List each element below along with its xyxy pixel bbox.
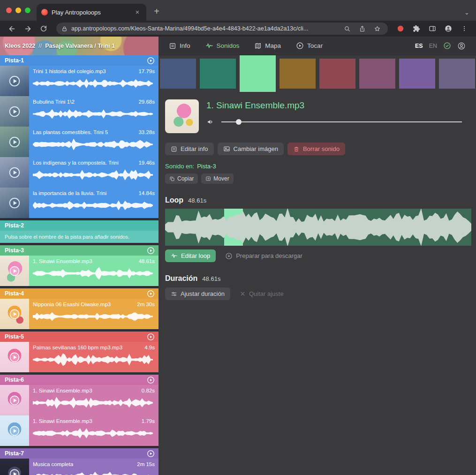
clip-row-selected[interactable]: 1. Sinawi Ensemble.mp348.61s [0,256,159,286]
forward-button[interactable] [21,22,35,35]
clip-row[interactable]: 1. Sinawi Ensemble.mp30.82s [0,385,159,415]
clip-thumbnail [0,256,29,286]
tab-title: Play Antropoloops [52,9,129,16]
zoom-icon[interactable] [341,22,353,35]
bookmark-star-icon[interactable] [371,22,383,35]
track-name: Pista-4 [5,290,24,297]
track-play-icon[interactable] [147,333,155,341]
back-button[interactable] [5,22,19,35]
track-play-icon[interactable] [147,290,155,298]
tab-tocar[interactable]: Tocar [296,42,323,50]
track-header-pista-3[interactable]: Pista-3 [0,245,159,256]
tab-sonidos[interactable]: Sonidos [205,42,240,50]
track-header-pista-2[interactable]: Pista-2 [0,220,159,231]
close-window-button[interactable] [6,8,12,13]
clip-thumbnail [0,342,29,372]
breadcrumb-project[interactable]: Kleos 2022 [5,43,35,49]
edit-info-label: Editar info [181,145,208,152]
clip-row[interactable]: Las plantas comestibles. Trini 533.28s [0,127,159,157]
track-header-pista-7[interactable]: Pista-7 [0,448,159,459]
track-color-swatch[interactable] [200,59,236,89]
move-button[interactable]: Mover [201,173,233,184]
tab-search-chevron-icon[interactable] [464,10,469,15]
profile-avatar-icon[interactable] [441,22,455,35]
volume-slider-thumb[interactable] [236,119,242,125]
browser-toolbar: app.antropoloops.com/Kleos-Santa-Marina/… [0,21,476,37]
copy-button[interactable]: Copiar [165,173,198,184]
clip-row[interactable]: Nipponia 06 Esashi Oiwake.mp32m 30s [0,299,159,329]
new-tab-button[interactable] [150,5,163,18]
clip-row[interactable]: Los indígenas y la compostela. Trini19.4… [0,157,159,188]
track-header-pista-5[interactable]: Pista-5 [0,332,159,342]
track-header-pista-4[interactable]: Pista-4 [0,288,159,299]
clip-title: Nipponia 06 Esashi Oiwake.mp3 [33,302,111,307]
clip-duration: 17.79s [138,68,155,74]
browser-menu-kebab-icon[interactable] [457,22,471,35]
track-color-swatch[interactable] [160,59,196,89]
clip-title: Palmas sevillanas 160 bpm mp3.mp3 [33,345,122,350]
loop-waveform-editor[interactable] [165,209,471,246]
change-image-button[interactable]: Cambiar imágen [218,143,284,155]
clip-row[interactable]: Palmas sevillanas 160 bpm mp3.mp34.9s [0,342,159,372]
prepare-download-button[interactable]: Preparar para descargar [219,249,308,262]
track-name: Pista-3 [5,247,24,254]
delete-sound-button[interactable]: Borrar sonido [287,143,345,155]
clip-title: Los indígenas y la compostela. Trini [33,160,119,166]
tab-sonidos-label: Sonidos [217,42,240,49]
track-play-icon[interactable] [147,450,155,458]
track-play-icon[interactable] [147,57,155,65]
loop-waveform [165,209,471,246]
clip-row[interactable]: Bubulina Trini 1\229.68s [0,96,159,127]
thumb-play-icon [8,166,21,179]
info-list-icon [169,42,176,50]
tab-favicon-icon [41,9,48,15]
adjust-duration-label: Ajustar duración [181,290,225,297]
edit-loop-button[interactable]: Editar loop [165,249,216,262]
reload-button[interactable] [37,22,51,35]
tab-close-icon[interactable] [133,8,142,16]
track-color-swatch[interactable] [240,55,276,92]
clip-row[interactable]: 1. Sinawi Ensemble.mp31.79s [0,415,159,446]
minimize-window-button[interactable] [15,8,21,13]
clip-row[interactable]: Trini 1 historia del colegio.mp317.79s [0,66,159,96]
tracks-sidebar[interactable]: Pista-1 Trini 1 historia del colegio.mp3… [0,55,159,475]
track-color-swatch[interactable] [280,59,316,89]
extensions-puzzle-icon[interactable] [409,22,423,35]
adjust-duration-button[interactable]: Ajustar duración [165,287,230,300]
track-header-pista-1[interactable]: Pista-1 [0,55,159,66]
track-play-icon[interactable] [147,247,155,255]
track-name: Pista-7 [5,450,24,457]
tab-info[interactable]: Info [169,42,190,50]
track-color-swatch[interactable] [399,59,435,89]
lang-en-button[interactable]: EN [429,43,437,49]
share-icon[interactable] [356,22,368,35]
browser-tab[interactable]: Play Antropoloops [37,4,146,21]
remove-adjust-button[interactable]: Quitar ajuste [234,287,289,300]
track-color-swatch[interactable] [439,59,475,89]
url-bar[interactable]: app.antropoloops.com/Kleos-Santa-Marina/… [56,23,388,35]
clip-row[interactable]: Musica completa2m 15s [0,459,159,475]
fullscreen-window-button[interactable] [25,8,30,13]
clip-row[interactable]: la importancia de la lluvia. Trini14.84s [0,188,159,218]
edit-info-button[interactable]: Editar info [165,143,214,155]
track-color-swatch[interactable] [359,59,395,89]
thumb-play-icon [8,196,21,210]
volume-slider[interactable] [221,119,462,125]
record-extension-icon[interactable] [393,22,408,35]
lang-es-button[interactable]: ES [415,43,423,49]
breadcrumb-path[interactable]: Pasaje Valvanera / Trini 1 [45,43,115,49]
breadcrumb-separator: // [38,43,42,49]
app-nav: Info Sonidos Mapa Tocar ES EN [159,37,476,55]
account-icon[interactable] [457,42,466,50]
side-panel-icon[interactable] [425,22,439,35]
browser-window: Play Antropoloops app.antropoloops.com/K… [0,0,476,475]
track-header-pista-6[interactable]: Pista-6 [0,375,159,385]
clip-duration: 19.46s [138,160,155,166]
clip-thumbnail [0,299,29,329]
tab-mapa-label: Mapa [265,42,281,49]
track-play-icon[interactable] [147,376,155,384]
tab-mapa[interactable]: Mapa [254,42,281,50]
track-color-swatch[interactable] [319,59,355,89]
thumb-play-icon [8,394,21,407]
sound-location-track-link[interactable]: Pista-3 [197,163,216,170]
